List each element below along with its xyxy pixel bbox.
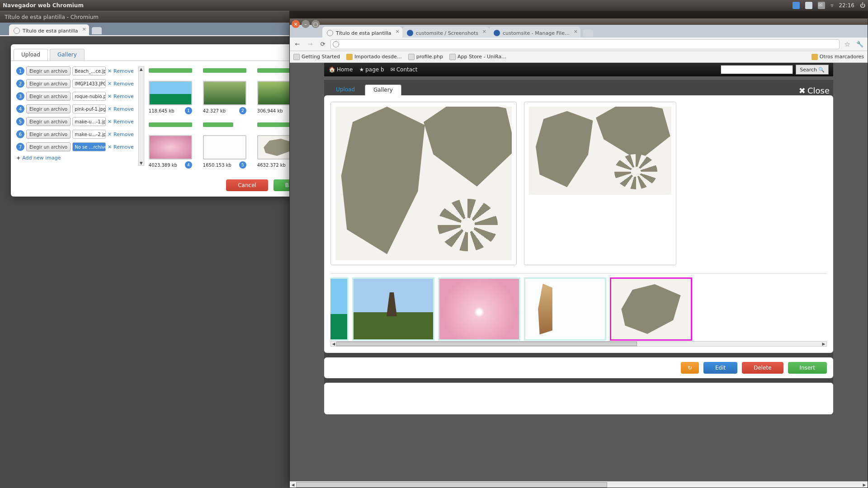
thumb-4[interactable]: 4023.389 kb4 [149,135,192,169]
remove-link[interactable]: Remove [113,81,134,87]
site-search-input[interactable] [721,65,793,74]
bookmark-appstore[interactable]: App Store - UniRa… [449,54,506,60]
filmstrip-thumb-3[interactable] [524,277,606,341]
choose-file-button[interactable]: Elegir un archivo [26,142,71,151]
gallery-panel: ◀ ▶ [324,95,833,353]
scroll-right-icon[interactable]: ▶ [861,483,868,487]
browser-tab-2[interactable]: customsite / Screenshots × [402,27,489,38]
window-close-button[interactable]: × [292,20,300,28]
close-tab-icon[interactable]: × [82,26,86,32]
site-header-right: 🏠Home ★page b ✉Contact Search 🔍 [324,63,833,76]
nav-contact[interactable]: ✉Contact [391,66,418,73]
modal-body: 1 Elegir un archivo Beach_…ce.jpg ✕ Remo… [11,61,316,174]
close-tab-icon[interactable]: × [395,28,399,34]
remove-link[interactable]: Remove [113,144,134,150]
close-tab-icon[interactable]: × [574,28,578,34]
scroll-track[interactable] [296,482,861,488]
file-row-6: 6 Elegir un archivo make-u…-2.jpg ✕ Remo… [16,130,134,139]
tab-upload[interactable]: Upload [328,84,363,95]
delete-button[interactable]: Delete [742,362,783,374]
network-icon[interactable]: ▿ [830,2,833,9]
page-horizontal-scrollbar[interactable]: ◀ ▶ [290,481,868,488]
reload-button[interactable]: ⟳ [318,39,328,49]
scroll-down-icon[interactable]: ▼ [140,161,143,165]
window-maximize-button[interactable]: ▢ [311,20,320,28]
file-list-scrollbar[interactable]: ▲ ▼ [138,66,144,166]
shutdown-icon[interactable]: ⏻ [860,2,865,9]
edit-button[interactable]: Edit [703,362,737,374]
window-minimize-button[interactable]: – [302,20,310,28]
bookmark-otros[interactable]: Otros marcadores [811,54,864,60]
tab-gallery[interactable]: Gallery [50,49,85,61]
bookmark-getting-started[interactable]: Getting Started [293,54,340,60]
bookmark-importado[interactable]: Importado desde… [346,54,402,60]
insert-button[interactable]: Insert [788,362,827,374]
close-button[interactable]: ✖ Close [799,86,830,95]
remove-x-icon[interactable]: ✕ [108,94,112,99]
scroll-left-icon[interactable]: ◀ [331,342,336,346]
bookmark-profile[interactable]: profile.php [408,54,443,60]
thumb-2[interactable]: 42.327 kb2 [203,81,246,114]
scroll-handle[interactable] [296,482,607,488]
scroll-handle[interactable] [336,342,637,346]
tab-strip-left: Título de esta plantilla × [0,23,289,35]
url-bar[interactable] [330,39,840,49]
bookmark-star-icon[interactable]: ☆ [842,39,852,49]
preview-large[interactable] [330,102,517,265]
filmstrip-thumb-0[interactable] [330,277,349,341]
refresh-button[interactable]: ↻ [681,362,699,374]
thumb-1[interactable]: 118.645 kb1 [149,81,192,114]
clock[interactable]: 22:16 [839,2,854,9]
remove-x-icon[interactable]: ✕ [108,68,112,74]
filmstrip-thumb-4-selected[interactable] [610,277,692,341]
choose-file-button[interactable]: Elegir un archivo [26,117,71,126]
mail-icon[interactable]: ✉ [818,2,825,9]
browser-tab-3[interactable]: customsite - Manage File… × [489,27,580,38]
add-new-image-link[interactable]: + Add new image [16,155,134,161]
remove-x-icon[interactable]: ✕ [108,144,112,150]
dropbox-icon[interactable] [805,2,812,9]
row-number: 1 [16,67,24,75]
choose-file-button[interactable]: Elegir un archivo [26,104,71,113]
wrench-menu-icon[interactable]: 🔧 [855,39,865,49]
remove-link[interactable]: Remove [113,119,134,125]
new-tab-button[interactable] [583,29,593,37]
preview-small[interactable] [524,102,676,265]
remove-x-icon[interactable]: ✕ [108,131,112,137]
remove-link[interactable]: Remove [113,94,134,99]
remove-link[interactable]: Remove [113,68,134,74]
site-search-button[interactable]: Search 🔍 [796,65,829,75]
tab-gallery[interactable]: Gallery [365,84,401,95]
tab-upload[interactable]: Upload [14,49,48,61]
remove-link[interactable]: Remove [113,106,134,112]
remove-x-icon[interactable]: ✕ [108,106,112,112]
filmstrip-thumb-2[interactable] [438,277,520,341]
nav-pageb[interactable]: ★page b [359,66,384,73]
scroll-up-icon[interactable]: ▲ [140,67,143,71]
filmstrip-thumb-1[interactable] [352,277,434,341]
close-tab-icon[interactable]: × [482,28,486,34]
scroll-left-icon[interactable]: ◀ [290,483,296,487]
forward-nav-button[interactable]: → [305,39,315,49]
scroll-right-icon[interactable]: ▶ [821,342,826,346]
new-tab-button[interactable] [92,27,102,34]
back-nav-button[interactable]: ← [292,39,302,49]
remove-x-icon[interactable]: ✕ [108,119,112,125]
remove-x-icon[interactable]: ✕ [108,81,112,87]
choose-file-button[interactable]: Elegir un archivo [26,66,71,75]
thumb-image [149,135,192,160]
choose-file-button[interactable]: Elegir un archivo [26,92,71,101]
remove-link[interactable]: Remove [113,131,134,137]
thumb-5[interactable]: 1650.153 kb5 [203,135,246,169]
cancel-button[interactable]: Cancel [226,179,268,191]
choose-file-button[interactable]: Elegir un archivo [26,79,71,88]
browser-tab-1-left[interactable]: Título de esta plantilla × [9,24,89,35]
filmstrip-scrollbar[interactable]: ◀ ▶ [330,341,827,347]
window-titlebar-left[interactable]: Título de esta plantilla - Chromium [0,11,289,23]
nav-home[interactable]: 🏠Home [329,66,353,73]
browser-tab-active[interactable]: Título de esta plantilla × [322,27,402,38]
choose-file-button[interactable]: Elegir un archivo [26,130,71,139]
window-titlebar-right[interactable]: × – ▢ [290,19,868,25]
scroll-track[interactable] [336,342,821,346]
sync-icon[interactable] [793,2,800,9]
